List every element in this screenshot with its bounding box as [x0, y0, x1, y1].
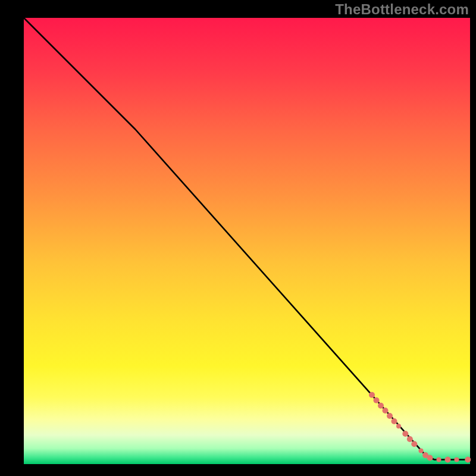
marker-dot [419, 449, 424, 453]
marker-dot [387, 413, 393, 419]
watermark-text: TheBottleneck.com [335, 1, 469, 18]
chart-stage: TheBottleneck.com [0, 0, 476, 476]
marker-dot [378, 403, 384, 409]
marker-dot [411, 441, 417, 447]
marker-dot [407, 436, 413, 442]
marker-dot [369, 392, 375, 398]
marker-dot [383, 408, 389, 414]
marker-dot [396, 424, 401, 428]
marker-dot [437, 458, 441, 462]
marker-dot [392, 418, 397, 424]
marker-dot [445, 457, 451, 463]
chart-svg [0, 0, 476, 476]
marker-dot [402, 431, 408, 437]
marker-dot [465, 457, 471, 463]
marker-dot [455, 458, 459, 462]
marker-dot [427, 455, 433, 461]
marker-dot [374, 397, 380, 403]
